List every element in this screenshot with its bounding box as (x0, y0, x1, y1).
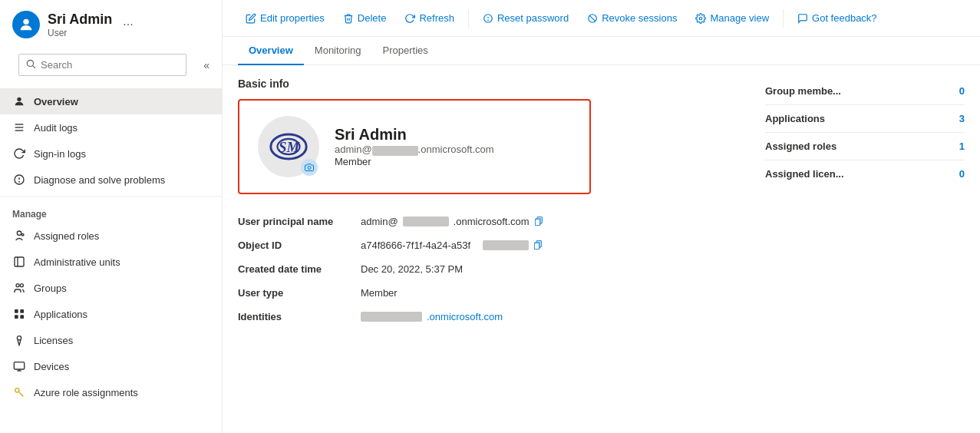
content-right: Group membe... 0 Applications 3 Assigned… (765, 78, 965, 421)
svg-rect-17 (20, 309, 24, 313)
object-id-blurred (483, 240, 529, 250)
sidebar-item-applications[interactable]: Applications (0, 301, 222, 327)
nav-label-assigned-roles: Assigned roles (34, 230, 99, 242)
user-type-text: Member (361, 287, 398, 299)
edit-properties-button[interactable]: Edit properties (238, 8, 332, 28)
key-icon (12, 385, 26, 399)
applications-icon (12, 307, 26, 321)
user-type-label: User type (238, 281, 361, 305)
identities-label: Identities (238, 305, 361, 329)
svg-point-34 (308, 167, 311, 170)
profile-card: SM Sri Admin admin@ .onmicrosoft.com Mem… (238, 99, 591, 194)
svg-line-2 (33, 66, 35, 68)
nav-label-overview: Overview (34, 96, 78, 107)
svg-point-24 (15, 388, 19, 392)
manage-view-button[interactable]: Manage view (688, 8, 777, 28)
list-icon (12, 121, 26, 134)
search-icon (25, 58, 36, 71)
assigned-roles-icon (12, 229, 26, 243)
sidebar-item-assigned-roles[interactable]: Assigned roles (0, 223, 222, 249)
svg-point-20 (17, 336, 21, 340)
tab-properties[interactable]: Properties (372, 37, 439, 65)
refresh-button[interactable]: Refresh (397, 8, 462, 28)
upn-prefix: admin@ (361, 216, 398, 227)
feedback-label: Got feedback? (812, 12, 877, 24)
sidebar: Sri Admin User ··· « Overview Audit logs… (0, 0, 223, 433)
nav-label-applications: Applications (34, 309, 87, 320)
object-id-prefix: a74f8666-7f1f-4a24-a53f (361, 240, 470, 251)
svg-line-29 (589, 15, 596, 21)
assigned-roles-count[interactable]: 1 (959, 140, 965, 152)
sidebar-item-licenses[interactable]: Licenses (0, 327, 222, 353)
nav-label-devices: Devices (34, 361, 69, 372)
collapse-sidebar-button[interactable]: « (200, 58, 213, 73)
groups-icon (12, 281, 26, 295)
search-box (18, 54, 186, 76)
search-input[interactable] (41, 59, 180, 71)
nav-label-licenses: Licenses (34, 335, 73, 346)
created-value: Dec 20, 2022, 5:37 PM (361, 257, 747, 281)
sidebar-item-diagnose[interactable]: Diagnose and solve problems (0, 167, 222, 193)
group-members-count[interactable]: 0 (959, 85, 965, 97)
delete-label: Delete (358, 12, 387, 24)
devices-icon (12, 359, 26, 373)
feedback-button[interactable]: Got feedback? (790, 8, 885, 28)
sidebar-item-azure-roles[interactable]: Azure role assignments (0, 379, 222, 405)
assigned-licenses-count[interactable]: 0 (959, 168, 965, 180)
svg-point-30 (700, 17, 703, 20)
svg-rect-16 (15, 309, 18, 313)
nav-label-audit-logs: Audit logs (34, 122, 78, 134)
upn-label: User principal name (238, 210, 361, 233)
tab-overview[interactable]: Overview (238, 37, 304, 65)
reset-password-icon (483, 13, 493, 24)
svg-point-1 (27, 60, 33, 66)
copy-upn-button[interactable]: 🗍 (534, 216, 543, 227)
svg-text:SM: SM (279, 139, 300, 155)
tab-monitoring[interactable]: Monitoring (304, 37, 372, 65)
refresh-icon (404, 13, 415, 24)
basic-info-title: Basic info (238, 78, 747, 90)
upn-value: admin@ .onmicrosoft.com 🗍 (361, 210, 747, 233)
sidebar-header: Sri Admin User ··· (0, 0, 222, 45)
svg-point-27 (488, 20, 489, 21)
admin-units-icon (12, 255, 26, 269)
sidebar-user-role: User (48, 28, 112, 38)
sidebar-item-sign-in-logs[interactable]: Sign-in logs (0, 140, 222, 167)
camera-button[interactable] (301, 159, 318, 176)
sidebar-item-admin-units[interactable]: Administrative units (0, 249, 222, 275)
identities-link[interactable]: .onmicrosoft.com (427, 311, 503, 322)
applications-right-label: Applications (765, 113, 825, 124)
sidebar-item-groups[interactable]: Groups (0, 275, 222, 301)
delete-icon (343, 13, 354, 24)
svg-rect-21 (14, 362, 24, 369)
sidebar-item-devices[interactable]: Devices (0, 353, 222, 379)
created-date: Dec 20, 2022, 5:37 PM (361, 263, 463, 275)
revoke-sessions-button[interactable]: Revoke sessions (579, 8, 685, 28)
reset-password-button[interactable]: Reset password (475, 8, 576, 28)
content-area: Basic info SM Sri Admin (223, 65, 980, 433)
sidebar-user-info: Sri Admin User (48, 12, 112, 38)
nav-label-admin-units: Administrative units (34, 256, 120, 268)
main-content: Edit properties Delete Refresh Reset pas… (223, 0, 980, 433)
sidebar-user-name: Sri Admin (48, 12, 112, 28)
manage-section-label: Manage (0, 200, 222, 223)
svg-point-10 (17, 231, 21, 235)
applications-count[interactable]: 3 (959, 113, 965, 124)
delete-button[interactable]: Delete (335, 8, 394, 28)
object-id-value: a74f8666-7f1f-4a24-a53f 🗍 (361, 233, 747, 257)
edit-properties-label: Edit properties (260, 12, 325, 24)
right-row-assigned-licenses: Assigned licen... 0 (765, 160, 965, 187)
sidebar-item-overview[interactable]: Overview (0, 88, 222, 114)
sidebar-item-audit-logs[interactable]: Audit logs (0, 114, 222, 140)
svg-rect-19 (20, 315, 24, 319)
profile-info: Sri Admin admin@ .onmicrosoft.com Member (335, 126, 494, 167)
signin-icon (12, 147, 26, 160)
copy-object-id-button[interactable]: 🗍 (533, 240, 543, 251)
profile-logo: SM (258, 116, 319, 177)
right-row-assigned-roles: Assigned roles 1 (765, 133, 965, 160)
person-icon (12, 94, 26, 108)
profile-email: admin@ .onmicrosoft.com (335, 144, 494, 155)
nav-label-diagnose: Diagnose and solve problems (34, 174, 165, 186)
manage-view-label: Manage view (710, 12, 769, 24)
more-options-icon[interactable]: ··· (123, 18, 133, 31)
